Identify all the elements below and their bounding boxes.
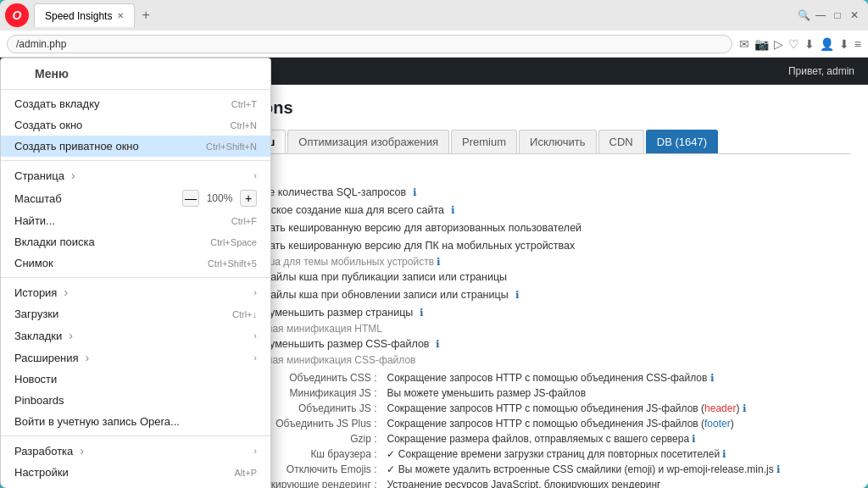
tab-close-button[interactable]: ✕ <box>117 11 124 20</box>
opera-logo: O <box>13 8 22 22</box>
page-arrow: › <box>253 170 257 180</box>
new-window-shortcut: Ctrl+N <box>231 120 257 130</box>
divider-2 <box>1 160 270 161</box>
title-bar: O Speed Insights ✕ + 🔍 — □ ✕ <box>0 0 868 30</box>
snapshot-label-left: Снимок <box>14 257 53 269</box>
history-label-left: История <box>14 286 68 299</box>
menu-item-extensions[interactable]: Расширения › <box>1 347 270 369</box>
downloads-label-left: Загрузки <box>14 308 58 320</box>
snapshot-shortcut: Ctrl+Shift+5 <box>208 258 257 269</box>
private-window-label-left: Создать приватное окно <box>14 140 139 152</box>
menu-item-zoom: Масштаб — 100% + <box>1 186 270 210</box>
mail-icon[interactable]: ✉ <box>739 37 749 51</box>
new-window-label-left: Создать окно <box>14 119 82 131</box>
developer-label-left: Разработка <box>14 444 84 458</box>
heart-icon[interactable]: ♡ <box>788 37 799 51</box>
maximize-button[interactable]: □ <box>831 8 844 22</box>
settings-label-left: Настройки <box>14 466 69 479</box>
divider-1 <box>1 89 270 90</box>
zoom-out-button[interactable]: — <box>182 190 199 207</box>
find-label-left: Найти... <box>14 214 55 227</box>
menu-icon[interactable]: ≡ <box>854 37 861 51</box>
menu-item-private-window[interactable]: Создать приватное окно Ctrl+Shift+N <box>1 136 270 157</box>
menu-title: Меню <box>1 62 270 86</box>
sign-in-label-left: Войти в учетную запись Opera... <box>14 415 180 428</box>
search-toolbar-button[interactable]: 🔍 <box>797 8 810 22</box>
new-tab-label-left: Создать вкладку <box>14 97 100 110</box>
address-bar: ✉ 📷 ▷ ♡ ⬇ 👤 ⬇ ≡ <box>0 30 868 58</box>
browser-content: ⚙ Настройки ✉ WP Mail SMTP Y Yoast SEO ⚡… <box>0 58 868 488</box>
menu-item-search-tabs[interactable]: Вкладки поиска Ctrl+Space <box>1 231 270 252</box>
address-bar-icons: ✉ 📷 ▷ ♡ ⬇ 👤 ⬇ ≡ <box>739 37 861 51</box>
divider-3 <box>1 277 270 278</box>
bookmarks-label-left: Закладки <box>14 329 73 342</box>
menu-item-downloads[interactable]: Загрузки Ctrl+↓ <box>1 303 270 324</box>
opera-dropdown-menu: Меню Создать вкладку Ctrl+T Создать окно… <box>0 58 271 488</box>
camera-icon[interactable]: 📷 <box>754 37 769 51</box>
browser-tab[interactable]: Speed Insights ✕ <box>34 3 135 27</box>
developer-arrow: › <box>253 446 257 456</box>
menu-item-new-window[interactable]: Создать окно Ctrl+N <box>1 114 270 136</box>
pinboards-label-left: Pinboards <box>14 394 64 407</box>
tab-bar: Speed Insights ✕ + <box>34 3 793 27</box>
extensions-arrow: › <box>253 352 257 363</box>
menu-item-history[interactable]: История › <box>1 281 270 303</box>
menu-item-help[interactable]: Справка <box>1 483 270 488</box>
zoom-label: Масштаб <box>14 192 62 205</box>
menu-item-sign-in[interactable]: Войти в учетную запись Opera... <box>1 411 270 432</box>
menu-item-news[interactable]: Новости <box>1 369 270 390</box>
history-arrow: › <box>253 287 257 297</box>
search-tabs-label-left: Вкладки поиска <box>14 236 95 248</box>
tab-label: Speed Insights <box>45 10 112 22</box>
zoom-controls: — 100% + <box>182 190 257 207</box>
bookmark-icon[interactable]: ⬇ <box>804 37 815 51</box>
news-label-left: Новости <box>14 373 57 385</box>
menu-item-bookmarks[interactable]: Закладки › <box>1 324 270 347</box>
play-icon[interactable]: ▷ <box>774 37 783 51</box>
menu-item-snapshot[interactable]: Снимок Ctrl+Shift+5 <box>1 252 270 274</box>
private-window-shortcut: Ctrl+Shift+N <box>206 141 257 152</box>
settings-shortcut: Alt+P <box>234 468 257 478</box>
downloads-shortcut: Ctrl+↓ <box>232 309 257 319</box>
opera-menu-button[interactable]: O <box>5 3 29 27</box>
close-button[interactable]: ✕ <box>848 8 861 22</box>
address-input[interactable] <box>7 35 732 53</box>
menu-item-find[interactable]: Найти... Ctrl+F <box>1 210 270 231</box>
menu-item-new-tab[interactable]: Создать вкладку Ctrl+T <box>1 93 270 114</box>
zoom-value: 100% <box>203 192 236 204</box>
download-icon[interactable]: ⬇ <box>839 37 849 51</box>
menu-item-page[interactable]: Страница › <box>1 164 270 186</box>
new-tab-button[interactable]: + <box>138 8 153 23</box>
menu-item-pinboards[interactable]: Pinboards <box>1 390 270 411</box>
menu-item-developer[interactable]: Разработка › <box>1 440 270 462</box>
window-controls: 🔍 — □ ✕ <box>797 8 861 22</box>
zoom-in-button[interactable]: + <box>240 190 257 207</box>
find-shortcut: Ctrl+F <box>231 216 257 226</box>
search-tabs-shortcut: Ctrl+Space <box>210 237 257 247</box>
browser-window: O Speed Insights ✕ + 🔍 — □ ✕ ✉ 📷 ▷ ♡ ⬇ 👤… <box>0 0 868 488</box>
new-tab-shortcut: Ctrl+T <box>231 99 257 109</box>
profile-icon[interactable]: 👤 <box>820 37 834 51</box>
extensions-label-left: Расширения <box>14 351 89 364</box>
bookmarks-arrow: › <box>253 330 257 341</box>
divider-4 <box>1 435 270 436</box>
menu-overlay: Меню Создать вкладку Ctrl+T Создать окно… <box>0 58 868 488</box>
minimize-button[interactable]: — <box>814 8 827 22</box>
page-label-left: Страница <box>14 169 75 182</box>
menu-item-settings[interactable]: Настройки Alt+P <box>1 462 270 483</box>
